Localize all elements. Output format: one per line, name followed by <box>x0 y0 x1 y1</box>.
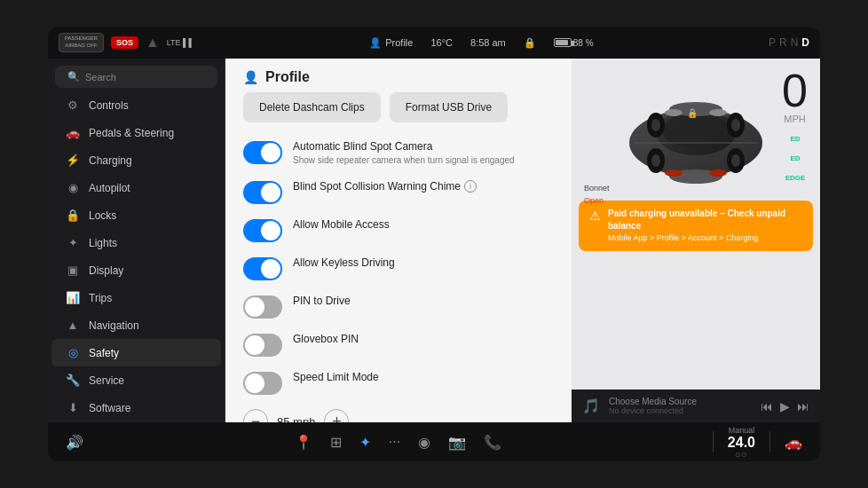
autopilot-label: Autopilot <box>89 182 130 194</box>
svg-text:🔒: 🔒 <box>687 107 698 119</box>
lights-label: Lights <box>89 237 117 249</box>
tesla-screen: PASSENGERAIRBAG OFF SOS ▲ LTE ▌▌ 👤 Profi… <box>48 27 820 461</box>
battery-indicator: 88 % <box>554 38 594 48</box>
info-icon[interactable]: i <box>464 180 477 193</box>
profile-icon: 👤 <box>369 37 382 49</box>
keyless-driving-toggle[interactable] <box>243 257 282 280</box>
car-icon[interactable]: 🚗 <box>785 434 802 451</box>
car-panel: 0 MPH ED ED EDGE Bonnet Open Boot <box>572 59 820 422</box>
lock-icon-item: 🔒 <box>524 37 536 49</box>
media-prev-button[interactable]: ⏮ <box>761 399 773 413</box>
media-player: 🎵 Choose Media Source No device connecte… <box>572 390 820 422</box>
sidebar-item-lights[interactable]: ✦ Lights <box>51 229 221 256</box>
divider-2 <box>769 431 770 453</box>
phone-icon[interactable]: 📞 <box>484 434 501 451</box>
lights-icon: ✦ <box>66 236 80 249</box>
media-controls: ⏮ ▶ ⏭ <box>761 399 809 413</box>
taskbar: 🔊 📍 ⊞ ✦ ··· ◉ 📷 📞 Manual 24.0 ⊙⊙ 🚗 <box>48 422 820 461</box>
software-label: Software <box>89 402 130 414</box>
sidebar-item-pedals[interactable]: 🚗 Pedals & Steering <box>51 119 221 146</box>
glovebox-pin-row: Glovebox PIN <box>243 333 554 357</box>
display-icon: ▣ <box>66 264 80 277</box>
status-bar-left: PASSENGERAIRBAG OFF SOS ▲ LTE ▌▌ <box>59 33 194 52</box>
svg-point-16 <box>731 154 740 167</box>
blind-spot-camera-toggle[interactable] <box>243 141 282 164</box>
sidebar: 🔍 Search ⚙ Controls 🚗 Pedals & Steering … <box>48 59 225 422</box>
speed-decrease-button[interactable]: − <box>243 409 268 422</box>
speed-limit-toggle[interactable] <box>243 372 282 395</box>
warning-text: Paid charging unavailable – Check unpaid… <box>608 208 802 244</box>
svg-point-6 <box>709 109 727 116</box>
pedals-icon: 🚗 <box>66 126 80 139</box>
media-next-button[interactable]: ⏭ <box>797 399 809 413</box>
sidebar-item-autopilot[interactable]: ◉ Autopilot <box>51 174 221 201</box>
settings-body: Delete Dashcam Clips Format USB Drive Au… <box>225 92 572 422</box>
media-source-icon[interactable]: ◉ <box>418 434 430 451</box>
sidebar-item-charging[interactable]: ⚡ Charging <box>51 146 221 174</box>
controls-icon: ⚙ <box>66 98 80 112</box>
media-info: Choose Media Source No device connected <box>609 397 752 415</box>
blind-spot-warning-label: Blind Spot Collision Warning Chime i <box>293 180 554 193</box>
pin-to-drive-toggle[interactable] <box>243 295 282 319</box>
mobile-access-toggle[interactable] <box>243 219 282 242</box>
speed-increase-button[interactable]: + <box>324 409 349 422</box>
bluetooth-icon[interactable]: ✦ <box>359 434 371 451</box>
media-play-button[interactable]: ▶ <box>780 399 790 413</box>
warning-icon: ⚠ <box>589 209 601 223</box>
warning-banner[interactable]: ⚠ Paid charging unavailable – Check unpa… <box>579 201 813 251</box>
taskbar-right: Manual 24.0 ⊙⊙ 🚗 <box>713 426 802 459</box>
sidebar-item-controls[interactable]: ⚙ Controls <box>51 91 221 119</box>
sidebar-item-trips[interactable]: 📊 Trips <box>51 284 221 311</box>
gear-d[interactable]: D <box>801 36 809 49</box>
action-buttons: Delete Dashcam Clips Format USB Drive <box>243 92 554 122</box>
sidebar-item-display[interactable]: ▣ Display <box>51 256 221 284</box>
keyless-driving-row: Allow Keyless Driving <box>243 256 554 280</box>
search-icon: 🔍 <box>67 71 80 83</box>
profile-item[interactable]: 👤 Profile <box>369 37 413 49</box>
apps-icon[interactable]: ⊞ <box>330 434 342 451</box>
more-icon[interactable]: ··· <box>389 434 400 450</box>
safety-label: Safety <box>89 347 119 359</box>
gear-r[interactable]: R <box>779 36 787 49</box>
speed-limit-row: Speed Limit Mode <box>243 371 554 395</box>
volume-icon[interactable]: 🔊 <box>66 434 83 451</box>
safety-icon: ◎ <box>66 346 80 359</box>
sos-button[interactable]: SOS <box>111 36 138 49</box>
media-subtitle: No device connected <box>609 406 752 415</box>
sidebar-item-navigation[interactable]: ▲ Navigation <box>51 311 221 339</box>
svg-point-5 <box>665 109 683 116</box>
gear-indicator: ⊙⊙ <box>728 451 755 459</box>
mobile-access-row: Allow Mobile Access <box>243 218 554 242</box>
sidebar-item-service[interactable]: 🔧 Service <box>51 366 221 394</box>
signal-icon: ▲ <box>146 35 160 51</box>
locks-label: Locks <box>89 209 116 222</box>
blind-spot-camera-label: Automatic Blind Spot Camera Show side re… <box>293 140 554 166</box>
lock-icon: 🔒 <box>524 37 536 49</box>
search-bar[interactable]: 🔍 Search <box>55 66 217 88</box>
charging-label: Charging <box>89 154 132 167</box>
speed-limit-control: − 85 mph + <box>243 409 554 422</box>
format-usb-button[interactable]: Format USB Drive <box>390 92 508 122</box>
blind-spot-warning-toggle[interactable] <box>243 181 282 204</box>
display-label: Display <box>89 264 123 277</box>
sidebar-item-safety[interactable]: ◎ Safety <box>51 339 221 366</box>
sidebar-item-locks[interactable]: 🔒 Locks <box>51 201 221 229</box>
taskbar-center: 📍 ⊞ ✦ ··· ◉ 📷 📞 <box>295 434 501 451</box>
software-icon: ⬇ <box>66 401 80 414</box>
service-icon: 🔧 <box>66 374 80 387</box>
car-panel-top: 0 MPH ED ED EDGE Bonnet Open Boot <box>572 59 820 390</box>
taskbar-left: 🔊 <box>66 434 83 451</box>
location-icon[interactable]: 📍 <box>295 434 312 451</box>
gear-n[interactable]: N <box>791 36 799 49</box>
prnd-display: P R N D <box>769 36 809 49</box>
delete-dashcam-button[interactable]: Delete Dashcam Clips <box>243 92 381 122</box>
glovebox-pin-toggle[interactable] <box>243 334 282 357</box>
camera-icon[interactable]: 📷 <box>448 434 466 451</box>
sidebar-item-software[interactable]: ⬇ Software <box>51 394 221 421</box>
status-bar-center: 👤 Profile 16°C 8:58 am 🔒 88 % <box>205 37 758 49</box>
trips-label: Trips <box>89 292 112 304</box>
locks-icon: 🔒 <box>66 209 80 222</box>
gear-p[interactable]: P <box>769 36 776 49</box>
manual-label: Manual <box>728 426 755 435</box>
car-image: 🔒 <box>572 59 820 201</box>
